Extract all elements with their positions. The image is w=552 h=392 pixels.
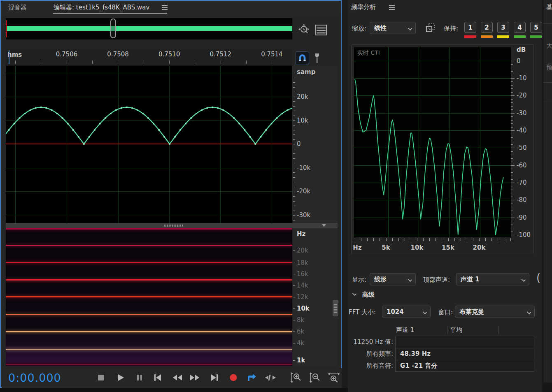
rewind-button[interactable]	[170, 371, 184, 385]
db-label: -70	[517, 179, 527, 186]
play-button[interactable]	[114, 371, 128, 385]
x-axis-unit: Hz	[353, 244, 361, 251]
spectral-frequency-axis: Hz 20k18k16k14k12k10k8k6k4k1k	[292, 228, 338, 366]
ruler-tick	[169, 60, 170, 64]
marker-pin-icon[interactable]	[312, 52, 321, 65]
db-label: -30	[517, 109, 527, 117]
overview-waveform-band	[6, 26, 292, 31]
db-label: 0	[517, 57, 521, 65]
stats-col-channel1: 声道 1	[396, 326, 414, 334]
samp-axis-tick	[293, 187, 295, 187]
db-label: -60	[517, 162, 527, 169]
db-label: -10	[517, 74, 527, 82]
window-select[interactable]: 布莱克曼	[455, 306, 535, 318]
hold-button-5[interactable]: 5	[530, 22, 542, 33]
hold-button-3[interactable]: 3	[497, 22, 509, 33]
display-select[interactable]: 线形	[370, 273, 416, 285]
playhead-cti[interactable]	[9, 50, 9, 64]
samp-axis-tick	[293, 215, 295, 216]
loop-playback-button[interactable]	[245, 371, 259, 385]
samp-axis-tick	[293, 177, 295, 178]
db-tick	[511, 207, 513, 207]
timecode-display[interactable]: 0:00.000	[8, 371, 61, 384]
db-tick	[511, 172, 513, 173]
ruler-tick	[118, 60, 118, 64]
samp-axis-tick	[293, 82, 295, 83]
fft-size-select[interactable]: 1024	[382, 306, 431, 318]
hold-button-2[interactable]: 2	[481, 22, 493, 33]
db-tick	[511, 127, 513, 128]
skip-to-start-button[interactable]	[151, 371, 165, 385]
chevron-down-icon	[423, 310, 427, 314]
fa-x-tick	[448, 238, 449, 241]
tab-mixer[interactable]: 混音器	[8, 4, 27, 12]
fa-x-tick	[454, 238, 455, 241]
view-splitter[interactable]	[6, 223, 338, 228]
hz-axis-label: 6k	[297, 328, 304, 335]
fa-x-tick	[467, 238, 467, 241]
advanced-collapse-chevron[interactable]	[352, 292, 356, 296]
db-tick	[511, 92, 513, 93]
time-ruler[interactable]: hms 0.75060.75080.75100.75120.7514	[6, 49, 292, 66]
hz-axis-label: 8k	[297, 316, 304, 324]
overview-position-handle[interactable]	[110, 19, 116, 38]
window-label: 窗口:	[438, 308, 453, 316]
panel-menu-icon[interactable]	[389, 5, 395, 6]
db-tick	[511, 183, 515, 183]
spectral-frequency-display[interactable]	[6, 228, 292, 366]
hold-button-1[interactable]: 1	[464, 22, 476, 33]
db-tick	[511, 176, 513, 176]
overview-navigation-bar[interactable]	[6, 18, 292, 39]
fa-x-tick	[367, 238, 368, 241]
samp-axis-tick	[293, 116, 295, 116]
pan-zoom-icon[interactable]	[296, 22, 312, 38]
copy-to-clipboard-icon[interactable]	[425, 23, 436, 33]
waveform-display[interactable]	[6, 66, 292, 223]
frequency-plot[interactable]: 实时 CTI	[354, 47, 511, 237]
splitter-grip[interactable]	[164, 225, 184, 227]
panel-title: 频率分析	[351, 3, 376, 11]
hz-axis-tick	[293, 360, 295, 361]
db-tick	[511, 200, 515, 200]
stop-button[interactable]	[94, 371, 108, 385]
hold-color-bar	[497, 35, 509, 38]
edit-list-icon[interactable]	[314, 24, 328, 36]
fa-x-tick	[386, 238, 387, 241]
db-tick	[511, 218, 515, 218]
pause-button[interactable]	[133, 371, 147, 385]
spectral-zoom-scrollbar[interactable]	[333, 300, 338, 316]
stats-row-label: 所有频率:	[348, 350, 393, 358]
db-tick	[511, 113, 515, 114]
hold-color-bar	[530, 35, 542, 38]
spectral-line-24000hz	[6, 228, 292, 230]
fast-forward-button[interactable]	[188, 371, 202, 385]
scale-select[interactable]: 线性	[370, 22, 416, 34]
snap-magnet-button[interactable]	[296, 51, 309, 65]
clipped-glyph: 预	[546, 64, 552, 72]
fa-x-label: 10k	[411, 244, 424, 251]
spectral-line-18000hz	[6, 262, 292, 263]
skip-to-end-button[interactable]	[207, 371, 221, 385]
db-label: -20	[517, 92, 527, 99]
editor-tab-menu-icon[interactable]	[162, 5, 168, 6]
samp-axis-tick	[293, 201, 295, 202]
top-channel-select[interactable]: 声道 1	[456, 273, 529, 285]
spectral-line-9000hz	[6, 314, 292, 315]
fa-x-label: 15k	[442, 244, 454, 251]
zoom-out-button[interactable]	[308, 371, 322, 385]
tab-editor[interactable]: 编辑器: test1k5_fs48K_ABS.wav	[54, 4, 149, 12]
splitter-collapse-caret[interactable]	[322, 224, 326, 227]
advanced-header[interactable]: 高级	[362, 291, 375, 299]
fa-x-tick	[485, 238, 486, 241]
zoom-in-button[interactable]	[289, 371, 303, 385]
zoom-to-selection-button[interactable]	[327, 371, 341, 385]
ruler-tick	[15, 60, 16, 64]
record-button[interactable]	[226, 371, 240, 385]
chevron-down-icon	[522, 278, 526, 282]
move-playhead-button[interactable]	[263, 371, 277, 385]
fa-x-label: 5k	[382, 244, 390, 251]
hold-button-4[interactable]: 4	[514, 22, 526, 33]
samp-axis-tick	[293, 73, 295, 73]
db-tick	[511, 71, 513, 72]
sample-amplitude-axis: samp 20k10k0-10k-20k-30k	[292, 66, 338, 223]
